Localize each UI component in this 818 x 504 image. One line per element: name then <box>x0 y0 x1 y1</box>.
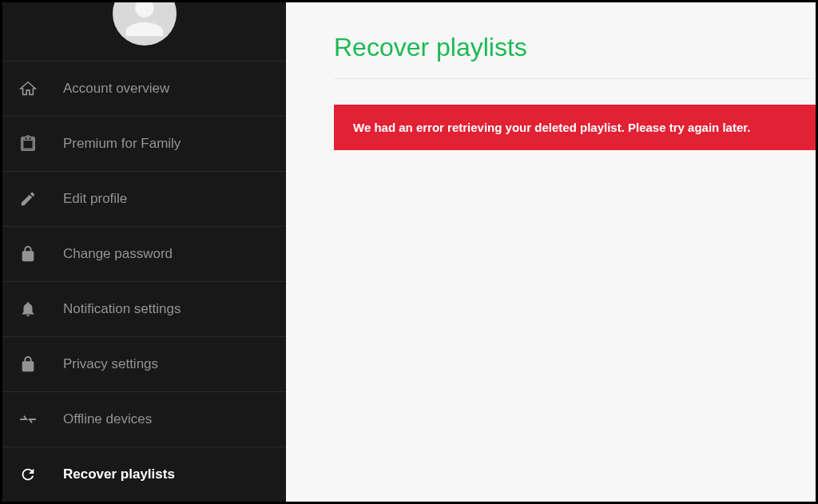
avatar[interactable] <box>113 0 177 46</box>
sidebar-item-edit-profile[interactable]: Edit profile <box>2 171 286 226</box>
home-icon <box>18 79 38 98</box>
sidebar-item-label: Notification settings <box>63 301 181 317</box>
error-banner: We had an error retrieving your deleted … <box>334 105 816 150</box>
sidebar-item-notification-settings[interactable]: Notification settings <box>2 281 286 336</box>
page-title: Recover playlists <box>334 33 816 62</box>
divider <box>334 78 816 79</box>
sidebar-item-account-overview[interactable]: Account overview <box>2 61 286 116</box>
lock-icon <box>18 355 38 374</box>
refresh-icon <box>18 465 38 484</box>
lock-icon <box>18 244 38 264</box>
sidebar-item-label: Change password <box>63 246 173 262</box>
sidebar-item-label: Recover playlists <box>63 466 175 482</box>
clipboard-icon <box>18 134 38 153</box>
sidebar: Account overview Premium for Family Edit… <box>2 2 286 502</box>
sidebar-item-label: Offline devices <box>63 411 152 427</box>
sidebar-item-privacy-settings[interactable]: Privacy settings <box>2 336 286 391</box>
sidebar-item-label: Privacy settings <box>63 356 158 372</box>
error-message: We had an error retrieving your deleted … <box>353 121 750 134</box>
person-icon <box>117 0 173 46</box>
bell-icon <box>18 300 38 319</box>
sidebar-item-change-password[interactable]: Change password <box>2 226 286 281</box>
pencil-icon <box>18 189 38 208</box>
avatar-section <box>2 2 286 61</box>
sidebar-item-label: Premium for Family <box>63 136 181 152</box>
main-content: Recover playlists We had an error retrie… <box>286 2 816 502</box>
nav-list: Account overview Premium for Family Edit… <box>2 61 286 502</box>
sidebar-item-label: Account overview <box>63 81 169 97</box>
sidebar-item-recover-playlists[interactable]: Recover playlists <box>2 446 286 502</box>
sidebar-item-premium-family[interactable]: Premium for Family <box>2 116 286 171</box>
offline-icon <box>18 410 38 429</box>
sidebar-item-offline-devices[interactable]: Offline devices <box>2 391 286 446</box>
sidebar-item-label: Edit profile <box>63 191 127 207</box>
